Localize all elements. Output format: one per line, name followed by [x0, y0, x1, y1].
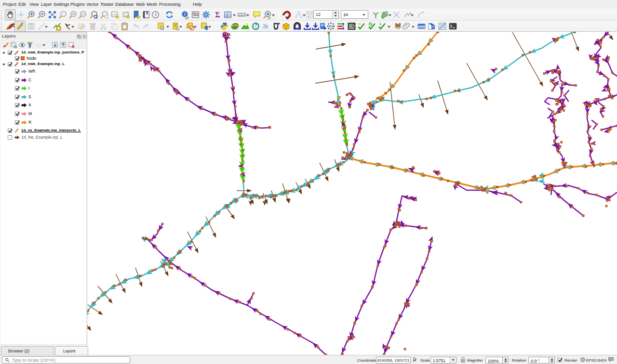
svg-text:1: 1	[379, 22, 381, 26]
svg-text:ARR: ARR	[418, 25, 425, 28]
svg-text:v: v	[255, 25, 257, 28]
svg-text:Σ: Σ	[215, 11, 220, 19]
svg-text:1:1: 1:1	[81, 13, 85, 15]
svg-text:TCF: TCF	[328, 25, 334, 28]
